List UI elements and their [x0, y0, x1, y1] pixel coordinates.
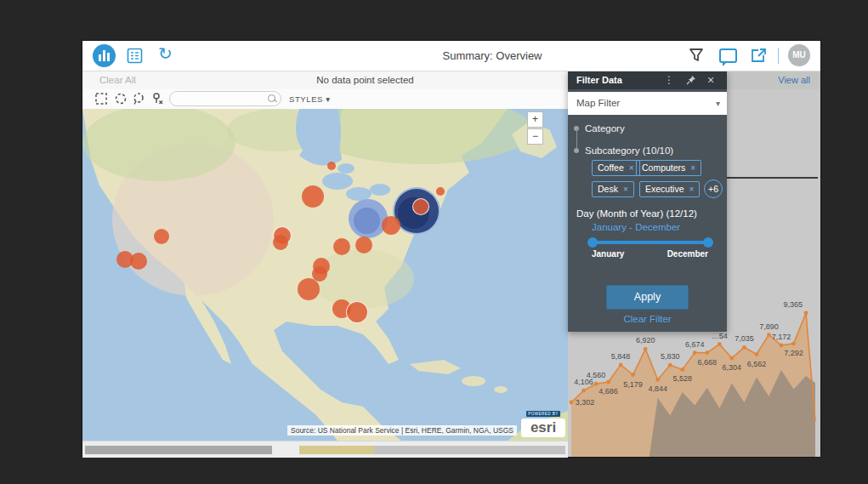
- filter-chip-desk[interactable]: Desk×: [592, 181, 634, 197]
- bubble-inner-circle: [354, 208, 380, 234]
- data-point-marker[interactable]: [655, 378, 660, 382]
- map-bubble[interactable]: [302, 185, 324, 208]
- data-point-marker[interactable]: [693, 350, 697, 355]
- data-point-label: 7,035: [735, 334, 754, 343]
- scroll-segment[interactable]: [374, 446, 565, 454]
- styles-dropdown[interactable]: STYLES ▾: [289, 89, 331, 109]
- widget-divider-line: [727, 177, 818, 179]
- map-canvas[interactable]: + − Source: US National Park Service | E…: [82, 109, 568, 441]
- bar-chart-glyph: [99, 50, 110, 61]
- map-bubble[interactable]: [154, 229, 169, 244]
- data-point-label: 5,179: [623, 380, 643, 389]
- map-bubble[interactable]: [130, 253, 147, 270]
- map-bubble[interactable]: [412, 198, 429, 215]
- kebab-menu-icon[interactable]: ⋮: [664, 71, 674, 89]
- data-point-label: 7,890: [759, 322, 779, 331]
- map-bubble[interactable]: [349, 199, 388, 238]
- data-point-label: 5,848: [611, 352, 631, 361]
- data-point-marker[interactable]: [594, 382, 599, 386]
- clear-pins-icon[interactable]: [150, 92, 164, 105]
- slider-handle-min[interactable]: [587, 237, 598, 248]
- range-summary-link[interactable]: January - December: [592, 222, 680, 232]
- esri-logo: POWERED BY esri: [521, 403, 565, 437]
- data-point-marker[interactable]: [754, 352, 758, 356]
- data-point-marker[interactable]: [644, 347, 648, 351]
- map-zoom-controls: + −: [527, 111, 543, 145]
- data-point-label: 6,920: [636, 336, 655, 344]
- data-point-label: 4,686: [599, 387, 618, 396]
- filter-chip-executive[interactable]: Executive×: [639, 181, 700, 197]
- map-search-input[interactable]: [177, 93, 265, 105]
- data-point-label: 7,172: [772, 333, 791, 341]
- filter-target-select[interactable]: Map Filter ▾: [568, 92, 727, 115]
- top-toolbar: ↺ Summary: Overview MU: [82, 41, 820, 71]
- chip-remove-icon[interactable]: ×: [690, 163, 695, 173]
- close-icon[interactable]: ×: [707, 71, 714, 89]
- data-point-label: 6,668: [698, 358, 718, 367]
- data-point-marker[interactable]: [606, 380, 610, 384]
- chip-remove-icon[interactable]: ×: [689, 185, 695, 194]
- data-point-marker[interactable]: [729, 356, 734, 361]
- data-point-marker[interactable]: [791, 341, 796, 345]
- data-point-label: …54: [712, 332, 728, 340]
- circle-select-icon[interactable]: [114, 92, 128, 105]
- map-widget: STYLES ▾: [82, 89, 568, 441]
- rectangle-select-icon[interactable]: [94, 92, 108, 105]
- data-point-marker[interactable]: [570, 401, 574, 405]
- user-avatar[interactable]: MU: [788, 44, 810, 66]
- scroll-segment[interactable]: [85, 446, 272, 454]
- data-point-marker[interactable]: [668, 363, 672, 367]
- data-point-marker[interactable]: [680, 367, 684, 372]
- slider-handle-max[interactable]: [703, 237, 713, 248]
- search-icon: [268, 94, 275, 102]
- map-bubble[interactable]: [382, 216, 400, 235]
- range-slider-track[interactable]: [593, 241, 708, 244]
- view-all-link[interactable]: View all: [778, 71, 810, 89]
- scroll-segment[interactable]: [299, 446, 374, 454]
- map-bubble[interactable]: [333, 238, 350, 255]
- chip-remove-icon[interactable]: ×: [629, 163, 634, 173]
- filter-dim-subcategory[interactable]: Subcategory (10/10): [585, 145, 673, 156]
- map-bubble[interactable]: [273, 235, 288, 250]
- filter-dim-category[interactable]: Category: [585, 123, 625, 134]
- map-bubble[interactable]: [298, 278, 320, 300]
- data-point-marker[interactable]: [718, 342, 722, 346]
- clear-filter-link[interactable]: Clear Filter: [568, 314, 727, 324]
- data-point-marker[interactable]: [767, 333, 771, 337]
- esri-wordmark: esri: [521, 419, 565, 437]
- data-point-label: 5,830: [661, 352, 680, 361]
- powered-by-label: POWERED BY: [526, 411, 560, 417]
- zoom-out-button[interactable]: −: [527, 128, 543, 145]
- data-point-label: 4,560: [587, 371, 606, 379]
- chart-view-icon[interactable]: [93, 44, 116, 67]
- filter-chip-computers[interactable]: Computers×: [636, 160, 701, 176]
- pin-icon[interactable]: [686, 75, 696, 85]
- data-point-marker[interactable]: [742, 345, 746, 350]
- selection-status-text: No data point selected: [82, 71, 648, 89]
- share-icon[interactable]: [750, 47, 767, 64]
- map-attribution: Source: US National Park Service | Esri,…: [287, 425, 517, 436]
- data-point-marker[interactable]: [631, 373, 635, 377]
- map-bubble[interactable]: [346, 301, 368, 323]
- data-point-marker[interactable]: [619, 363, 623, 367]
- tree-node-dot: [574, 148, 579, 153]
- slider-max-label: December: [667, 249, 708, 259]
- map-bubble[interactable]: [327, 162, 336, 170]
- table-view-icon[interactable]: [127, 48, 143, 64]
- filter-funnel-icon[interactable]: [688, 47, 705, 64]
- comment-icon[interactable]: [719, 48, 737, 63]
- apply-button[interactable]: Apply: [606, 285, 689, 310]
- lasso-select-icon[interactable]: [132, 92, 145, 105]
- data-point-marker[interactable]: [780, 344, 784, 348]
- more-chips-badge[interactable]: +6: [704, 179, 723, 198]
- filter-chip-coffee[interactable]: Coffee×: [592, 160, 640, 176]
- map-bubble[interactable]: [436, 187, 445, 196]
- map-bubble[interactable]: [355, 236, 372, 253]
- data-point-marker[interactable]: [804, 311, 808, 316]
- data-point-label: 6,304: [723, 363, 742, 372]
- data-point-marker[interactable]: [705, 350, 709, 355]
- data-point-label: 5,528: [672, 374, 692, 383]
- zoom-in-button[interactable]: +: [527, 111, 543, 128]
- data-point-marker[interactable]: [582, 389, 586, 393]
- chip-remove-icon[interactable]: ×: [623, 185, 628, 194]
